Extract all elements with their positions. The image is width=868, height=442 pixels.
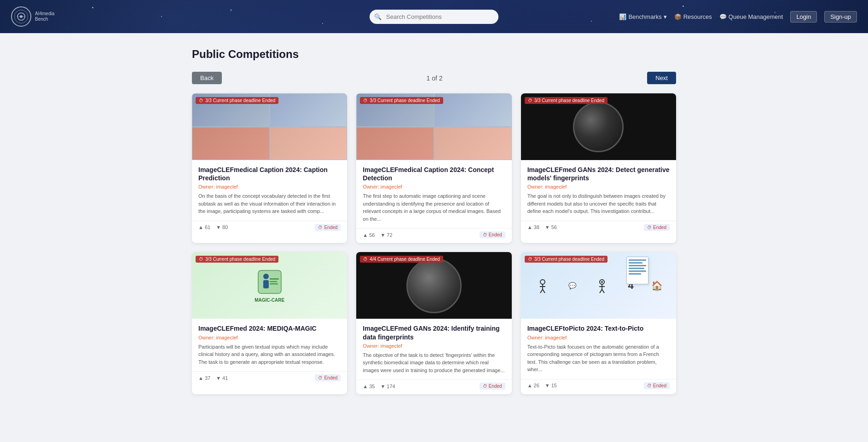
card-title-6: ImageCLEFtoPicto 2024: Text-to-Picto [527,324,670,333]
deadline-icon-2: ⏱ [363,98,368,103]
card-desc-5: The objective of the task is to detect '… [363,351,505,374]
deadline-icon-3: ⏱ [528,98,532,103]
deadline-badge-2: ⏱ 3/3 Current phase deadline Ended [360,97,443,104]
nav-queue-management[interactable]: 💬 Queue Management [719,13,783,20]
main-content: Public Competitions Back 1 of 2 Next ⏱ 3… [181,33,687,409]
ct-scan-image-2 [406,258,462,313]
nav-resources[interactable]: 📦 Resources [674,13,712,20]
up-icon-2: ▲ [363,232,368,238]
card-desc-3: The goal is not only to distinguish betw… [527,192,670,215]
card-owner-5: Owner: imageclef [363,343,505,349]
search-icon: 🔍 [374,13,382,20]
benchmarks-icon: 📊 [619,13,626,20]
svg-line-13 [543,289,545,293]
logo[interactable]: AI4media Bench [11,6,54,27]
deadline-badge-6: ⏱ 3/3 Current phase deadline Ended [525,256,608,263]
search-input[interactable] [370,10,498,24]
competition-card-1[interactable]: ⏱ 3/3 Current phase deadline Ended Image… [192,93,347,243]
deadline-badge-4: ⏱ 3/3 Current phase deadline Ended [196,256,278,263]
card-desc-2: The first step to automatic image captio… [363,192,505,223]
card-title-3: ImageCLEFmed GANs 2024: Detect generativ… [527,166,670,182]
ended-icon-6: ⏱ [647,383,652,388]
page-title: Public Competitions [192,48,676,61]
up-icon-3: ▲ [527,224,532,230]
login-button[interactable]: Login [790,11,817,23]
logo-text: AI4media Bench [35,11,54,22]
deadline-badge-3: ⏱ 3/3 Current phase deadline Ended [525,97,608,104]
up-icon-4: ▲ [198,375,203,381]
card-footer-6: ▲ 26 ▼ 15 ⏱ Ended [521,379,676,394]
svg-line-12 [540,289,543,293]
card-title-5: ImageCLEFmed GANs 2024: Identify trainin… [363,324,505,341]
card-owner-3: Owner: imageclef [527,184,670,189]
up-icon-5: ▲ [363,384,368,389]
ended-icon: ⏱ [318,225,323,230]
deadline-icon: ⏱ [199,98,203,103]
status-badge-4: ⏱ Ended [315,374,341,381]
cards-grid: ⏱ 3/3 Current phase deadline Ended Image… [192,93,676,394]
card-image-6: 💬 4 🏠 [521,252,676,319]
nav-benchmarks[interactable]: 📊 Benchmarks ▾ [619,13,666,20]
stat-down-3: ▼ 56 [545,224,557,230]
stat-down-1: ▼ 80 [216,224,228,230]
competition-card-6[interactable]: 💬 4 🏠 [521,252,676,394]
logo-icon [11,6,31,27]
chevron-down-icon: ▾ [664,13,667,20]
competition-card-3[interactable]: ⏱ 3/3 Current phase deadline Ended Image… [521,93,676,243]
signup-button[interactable]: Sign-up [824,11,857,23]
competition-card-4[interactable]: MAGIC-CARE ⏱ 3/3 Current phase deadline … [192,252,347,394]
status-badge-5: ⏱ Ended [480,383,505,390]
resources-icon: 📦 [674,13,682,20]
card-footer-4: ▲ 37 ▼ 41 ⏱ Ended [192,371,347,386]
header: AI4media Bench 🔍 📊 Benchmarks ▾ 📦 Resour… [0,0,868,33]
card-image-3: ⏱ 3/3 Current phase deadline Ended [521,93,676,160]
svg-rect-7 [270,281,277,282]
deadline-icon-5: ⏱ [363,257,368,262]
magic-care-label: MAGIC-CARE [255,298,284,303]
svg-point-15 [601,281,603,283]
card-stats-2: ▲ 56 ▼ 72 [363,232,392,238]
card-owner-4: Owner: imageclef [198,335,341,340]
card-footer-2: ▲ 56 ▼ 72 ⏱ Ended [356,228,511,243]
card-image-4: MAGIC-CARE ⏱ 3/3 Current phase deadline … [192,252,347,319]
up-icon: ▲ [198,224,203,230]
down-icon-2: ▼ [380,232,385,238]
ended-icon-2: ⏱ [483,232,487,237]
competition-card-5[interactable]: ⏱ 4/4 Current phase deadline Ended Image… [356,252,511,394]
card-image-1: ⏱ 3/3 Current phase deadline Ended [192,93,347,160]
deadline-icon-6: ⏱ [528,257,532,262]
next-button[interactable]: Next [647,72,676,84]
stat-up-3: ▲ 38 [527,224,539,230]
stat-up-1: ▲ 61 [198,224,210,230]
svg-point-4 [263,274,269,279]
card-desc-6: Text-to-Picto task focuses on the automa… [527,343,670,373]
competition-card-2[interactable]: ⏱ 3/3 Current phase deadline Ended Image… [356,93,511,243]
card-owner-2: Owner: imageclef [363,184,505,189]
status-badge-6: ⏱ Ended [644,382,670,389]
svg-rect-8 [270,283,278,285]
queue-icon: 💬 [719,13,727,20]
up-icon-6: ▲ [527,383,532,388]
card-stats-4: ▲ 37 ▼ 41 [198,375,228,381]
stat-up-4: ▲ 37 [198,375,210,381]
down-icon-5: ▼ [380,384,385,389]
svg-line-19 [602,289,604,293]
deadline-icon-4: ⏱ [199,257,203,262]
ended-icon-4: ⏱ [318,375,323,380]
stat-down-2: ▼ 72 [380,232,392,238]
down-icon-3: ▼ [545,224,550,230]
down-icon-4: ▼ [216,375,221,381]
card-image-2: ⏱ 3/3 Current phase deadline Ended [356,93,511,160]
down-icon: ▼ [216,224,221,230]
stat-down-6: ▼ 15 [545,383,557,388]
svg-point-0 [17,13,25,20]
svg-rect-6 [270,278,279,280]
svg-line-18 [600,289,602,293]
card-stats-3: ▲ 38 ▼ 56 [527,224,557,230]
stat-up-6: ▲ 26 [527,383,539,388]
stat-down-4: ▼ 41 [216,375,228,381]
card-title-2: ImageCLEFmedical Caption 2024: Concept D… [363,166,505,182]
status-badge-3: ⏱ Ended [644,224,670,231]
pagination-info: 1 of 2 [427,75,443,82]
back-button[interactable]: Back [192,72,222,84]
